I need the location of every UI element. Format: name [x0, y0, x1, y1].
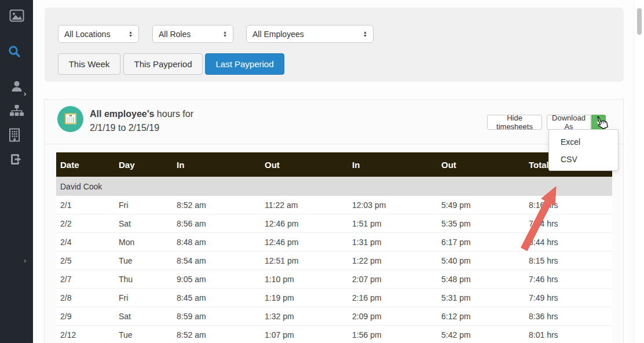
download-menu-item-csv[interactable]: CSV: [549, 151, 618, 168]
timesheet-cell: 8:52 am: [177, 330, 265, 340]
timesheet-title: All employee's hours for 2/1/19 to 2/15/…: [90, 107, 193, 135]
timesheet-cell: 6:17 pm: [441, 238, 529, 247]
timesheet-cell: 1:19 pm: [265, 293, 352, 302]
timesheet-cell: 12:46 pm: [265, 219, 352, 228]
timesheet-cell: 2/12: [60, 330, 119, 340]
timesheet-cell: 1:32 pm: [265, 312, 352, 321]
timesheet-row: 2/5Tue8:54 am12:51 pm1:22 pm5:40 pm8:15 …: [56, 251, 612, 270]
title-bold-text: All employee's: [90, 109, 154, 119]
sidebar-item-user[interactable]: [0, 77, 33, 96]
search-icon: [8, 45, 21, 59]
timesheet-cell: 2:07 pm: [352, 275, 441, 284]
locations-select-value: All Locations: [64, 30, 129, 39]
download-menu-item-excel[interactable]: Excel: [549, 133, 618, 151]
download-caret-button[interactable]: [591, 115, 606, 130]
tab-this-week[interactable]: This Week: [58, 53, 120, 75]
timesheet-row: 2/8Fri8:45 am1:19 pm2:16 pm5:31 pm7:49 h…: [56, 289, 612, 307]
timesheet-cell: 2/8: [60, 293, 119, 302]
timesheet-cell: 5:48 pm: [441, 275, 529, 284]
sidebar-item-building[interactable]: ›: [0, 126, 33, 144]
timesheet-cell: Tue: [119, 256, 177, 265]
sidebar-item-search[interactable]: ›: [0, 42, 33, 61]
timesheet-cell: 8:56 am: [177, 219, 265, 228]
download-as-button[interactable]: Download As: [547, 115, 591, 130]
timesheet-cell: 5:31 pm: [441, 293, 529, 302]
timesheet-cell: 5:49 pm: [441, 200, 529, 210]
timesheet-row: 2/7Thu9:05 am1:10 pm2:07 pm5:48 pm7:46 h…: [56, 270, 612, 289]
timesheet-cell: Fri: [119, 200, 177, 210]
employees-select[interactable]: All Employees ▲▼: [246, 25, 374, 43]
timesheet-cell: 2/9: [60, 312, 119, 321]
timesheet-cell: 1:07 pm: [265, 330, 352, 340]
roles-select-value: All Roles: [159, 30, 223, 39]
roles-select[interactable]: All Roles ▲▼: [152, 25, 233, 43]
header-cell: Day: [119, 160, 177, 170]
timesheet-cell: 2/2: [60, 219, 119, 228]
sidebar-item-signout[interactable]: [0, 150, 33, 169]
date-range: 2/1/19 to 2/15/19: [90, 121, 193, 135]
timesheet-cell: 1:10 pm: [265, 275, 352, 284]
timesheet-cell: 8:52 am: [177, 200, 265, 210]
select-stepper-icon: ▲▼: [129, 31, 133, 38]
caret-down-icon: [597, 122, 601, 125]
timesheet-cell: 8:36 hrs: [529, 312, 612, 321]
timesheet-cell: Fri: [119, 293, 177, 302]
timesheet-cell: Sat: [119, 312, 177, 321]
timesheet-cell: 7:46 hrs: [529, 275, 612, 284]
timesheet-row: 2/9Sat8:59 am1:32 pm2:09 pm6:12 pm8:36 h…: [56, 307, 612, 326]
timesheet-row: 2/1Fri8:52 am11:22 am12:03 pm5:49 pm8:16…: [56, 196, 612, 214]
timesheet-cell: 8:44 hrs: [529, 238, 612, 247]
timesheet-cell: 11:22 am: [265, 200, 352, 210]
timesheet-card-header: All employee's hours for 2/1/19 to 2/15/…: [45, 100, 623, 144]
timesheet-cell: 8:15 hrs: [529, 256, 612, 265]
table-body: 2/1Fri8:52 am11:22 am12:03 pm5:49 pm8:16…: [56, 196, 612, 343]
hide-timesheets-button[interactable]: Hide timesheets: [487, 115, 542, 130]
tab-this-payperiod[interactable]: This Payperiod: [123, 53, 203, 75]
timesheet-cell: 8:01 hrs: [529, 330, 612, 340]
timesheet-cell: 5:40 pm: [441, 256, 529, 265]
header-cell: In: [177, 160, 265, 170]
sidebar-item-image[interactable]: [0, 6, 33, 25]
timesheet-cell: 1:51 pm: [352, 219, 441, 228]
employees-select-value: All Employees: [253, 30, 363, 39]
filter-panel: All Locations ▲▼ All Roles ▲▼ All Employ…: [45, 8, 624, 82]
sitemap-icon: [9, 104, 24, 118]
table-group-row: David Cook: [56, 177, 612, 196]
timesheet-cell: 8:59 am: [177, 312, 265, 321]
header-cell: Out: [265, 160, 352, 170]
app-screen: › › All Locations ▲▼: [0, 0, 644, 343]
scrollbar-track[interactable]: [634, 0, 644, 343]
timesheet-cell: 2/1: [60, 200, 119, 210]
timesheet-table: DateDayInOutInOutTotal David Cook 2/1Fri…: [56, 152, 612, 343]
tab-last-payperiod[interactable]: Last Payperiod: [205, 53, 284, 75]
image-icon: [9, 9, 24, 23]
signout-icon: [10, 152, 24, 166]
timesheet-row: 2/4Mon8:48 am12:46 pm1:31 pm6:17 pm8:44 …: [56, 233, 612, 251]
timesheet-cell: 12:46 pm: [265, 238, 352, 247]
header-cell: In: [352, 160, 441, 170]
sidebar-item-sitemap[interactable]: [0, 101, 33, 120]
select-stepper-icon: ▲▼: [223, 31, 227, 38]
timesheet-cell: 8:45 am: [177, 293, 265, 302]
timesheet-cell: 1:22 pm: [352, 256, 441, 265]
timesheet-cell: 12:03 pm: [352, 200, 441, 210]
scrollbar-thumb[interactable]: [637, 8, 642, 35]
timesheet-cell: Mon: [119, 238, 177, 247]
header-cell: Date: [60, 160, 119, 170]
timesheet-cell: 1:56 pm: [352, 330, 441, 340]
chevron-right-icon: ›: [24, 257, 26, 264]
timesheet-cell: Thu: [119, 275, 177, 284]
locations-select[interactable]: All Locations ▲▼: [58, 25, 139, 43]
timesheet-cell: 8:48 am: [177, 238, 265, 247]
timesheet-cell: Sat: [119, 219, 177, 228]
building-icon: [8, 128, 21, 142]
timesheet-row: 2/2Sat8:56 am12:46 pm1:51 pm5:35 pm7:34 …: [56, 214, 612, 233]
timesheet-cell: 7:49 hrs: [529, 293, 612, 302]
calendar-badge-icon: [57, 106, 83, 132]
timesheet-cell: 2/7: [60, 275, 119, 284]
timesheet-cell: 8:54 am: [177, 256, 265, 265]
employee-name: David Cook: [60, 182, 612, 191]
title-rest-text: hours for: [154, 109, 193, 119]
timesheet-cell: Tue: [119, 330, 177, 340]
user-icon: [10, 79, 24, 93]
